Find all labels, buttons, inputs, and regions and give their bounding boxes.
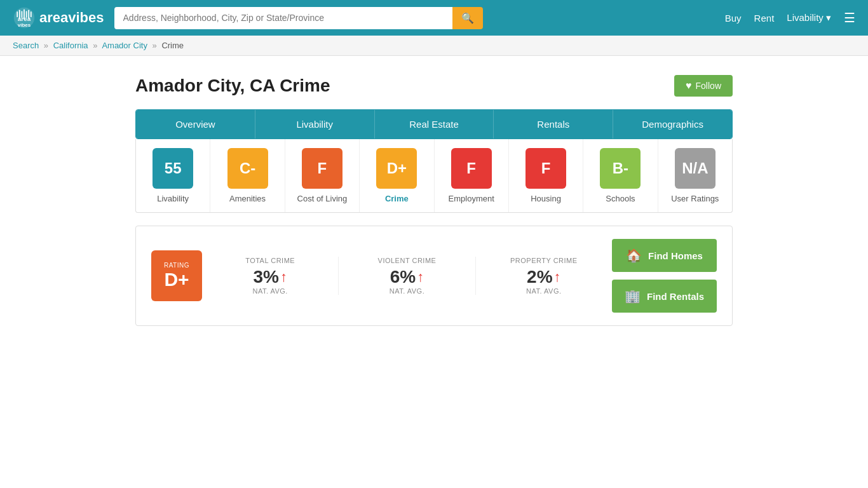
property-crime-value: 2% ↑ bbox=[527, 267, 560, 287]
score-label-employment: Employment bbox=[449, 194, 494, 203]
score-label-crime: Crime bbox=[385, 194, 409, 203]
svg-text:vibes: vibes bbox=[18, 22, 31, 28]
follow-button[interactable]: ♥ Follow bbox=[674, 75, 733, 97]
tab-overview[interactable]: Overview bbox=[136, 110, 255, 139]
search-bar: 🔍 bbox=[114, 7, 483, 29]
menu-icon[interactable]: ☰ bbox=[844, 10, 855, 25]
tab-rentals[interactable]: Rentals bbox=[494, 110, 613, 139]
header-nav: Buy Rent Livability ▾ ☰ bbox=[725, 10, 855, 25]
home-icon: 🏠 bbox=[626, 248, 642, 263]
total-crime-sub: NAT. AVG. bbox=[252, 287, 287, 295]
rating-grade: D+ bbox=[164, 269, 189, 290]
breadcrumb-search[interactable]: Search bbox=[13, 41, 39, 50]
property-crime-arrow: ↑ bbox=[554, 269, 561, 285]
score-label-cost-of-living: Cost of Living bbox=[297, 194, 348, 203]
livability-dropdown[interactable]: Livability ▾ bbox=[787, 12, 831, 24]
score-box-livability: 55 bbox=[153, 148, 193, 189]
score-card-crime[interactable]: D+ Crime bbox=[360, 139, 434, 212]
find-homes-label: Find Homes bbox=[648, 250, 703, 261]
score-card-livability[interactable]: 55 Livability bbox=[136, 139, 210, 212]
score-label-user-ratings: User Ratings bbox=[671, 194, 719, 203]
tab-real-estate[interactable]: Real Estate bbox=[375, 110, 494, 139]
score-card-housing[interactable]: F Housing bbox=[509, 139, 583, 212]
property-crime-sub: NAT. AVG. bbox=[526, 287, 561, 295]
violent-crime-arrow: ↑ bbox=[417, 269, 424, 285]
nav-tabs: Overview Livability Real Estate Rentals … bbox=[135, 109, 733, 139]
building-icon: 🏢 bbox=[625, 288, 641, 304]
buy-link[interactable]: Buy bbox=[725, 13, 742, 24]
score-label-livability: Livability bbox=[157, 194, 189, 203]
score-label-housing: Housing bbox=[531, 194, 561, 203]
find-rentals-button[interactable]: 🏢 Find Rentals bbox=[612, 280, 717, 313]
breadcrumb-sep-2: » bbox=[93, 41, 97, 50]
violent-crime-number: 6% bbox=[390, 267, 416, 287]
score-cards: 55 Livability C- Amenities F Cost of Liv… bbox=[135, 139, 733, 213]
logo-text: areavibes bbox=[39, 10, 104, 26]
score-label-schools: Schools bbox=[606, 194, 635, 203]
score-box-schools: B- bbox=[600, 148, 641, 189]
score-card-cost-of-living[interactable]: F Cost of Living bbox=[285, 139, 360, 212]
breadcrumb-state[interactable]: California bbox=[53, 41, 88, 50]
breadcrumb-city[interactable]: Amador City bbox=[102, 41, 147, 50]
score-box-housing: F bbox=[526, 148, 566, 189]
score-box-crime: D+ bbox=[376, 148, 417, 189]
score-card-schools[interactable]: B- Schools bbox=[583, 139, 658, 212]
divider-1 bbox=[338, 257, 339, 295]
score-box-user-ratings: N/A bbox=[675, 148, 715, 189]
divider-2 bbox=[475, 257, 476, 295]
search-icon: 🔍 bbox=[461, 13, 474, 24]
rating-label: RATING bbox=[164, 262, 189, 269]
score-label-amenities: Amenities bbox=[229, 194, 266, 203]
property-crime-label: PROPERTY CRIME bbox=[510, 257, 578, 264]
property-crime-stat: PROPERTY CRIME 2% ↑ NAT. AVG. bbox=[495, 257, 593, 295]
title-row: Amador City, CA Crime ♥ Follow bbox=[135, 75, 733, 97]
rent-link[interactable]: Rent bbox=[754, 13, 775, 24]
page-title: Amador City, CA Crime bbox=[135, 76, 330, 96]
score-card-employment[interactable]: F Employment bbox=[435, 139, 509, 212]
score-box-employment: F bbox=[451, 148, 492, 189]
logo[interactable]: area vibes areavibes bbox=[13, 6, 104, 29]
heart-icon: ♥ bbox=[686, 80, 692, 92]
score-box-cost-of-living: F bbox=[302, 148, 342, 189]
search-input[interactable] bbox=[114, 7, 452, 29]
header: area vibes areavibes 🔍 Buy Rent Livabili… bbox=[0, 0, 868, 36]
breadcrumb-sep-1: » bbox=[44, 41, 48, 50]
violent-crime-stat: VIOLENT CRIME 6% ↑ NAT. AVG. bbox=[358, 257, 456, 295]
follow-label: Follow bbox=[696, 81, 721, 91]
total-crime-number: 3% bbox=[253, 267, 278, 287]
violent-crime-value: 6% ↑ bbox=[390, 267, 424, 287]
total-crime-stat: TOTAL CRIME 3% ↑ NAT. AVG. bbox=[221, 257, 319, 295]
breadcrumb-current: Crime bbox=[161, 41, 184, 50]
total-crime-value: 3% ↑ bbox=[253, 267, 287, 287]
tab-livability[interactable]: Livability bbox=[255, 110, 375, 139]
find-rentals-label: Find Rentals bbox=[647, 291, 704, 302]
property-crime-number: 2% bbox=[527, 267, 552, 287]
total-crime-arrow: ↑ bbox=[280, 269, 287, 285]
breadcrumb: Search » California » Amador City » Crim… bbox=[0, 36, 868, 56]
action-buttons: 🏠 Find Homes 🏢 Find Rentals bbox=[612, 239, 717, 313]
breadcrumb-sep-3: » bbox=[153, 41, 157, 50]
violent-crime-sub: NAT. AVG. bbox=[390, 287, 424, 295]
violent-crime-label: VIOLENT CRIME bbox=[378, 257, 437, 264]
main-content: Amador City, CA Crime ♥ Follow Overview … bbox=[123, 75, 745, 326]
score-card-amenities[interactable]: C- Amenities bbox=[210, 139, 285, 212]
search-button[interactable]: 🔍 bbox=[452, 7, 483, 29]
score-card-user-ratings[interactable]: N/A User Ratings bbox=[658, 139, 732, 212]
find-homes-button[interactable]: 🏠 Find Homes bbox=[612, 239, 717, 272]
tab-demographics[interactable]: Demographics bbox=[613, 110, 732, 139]
total-crime-label: TOTAL CRIME bbox=[245, 257, 295, 264]
score-box-amenities: C- bbox=[227, 148, 268, 189]
crime-rating-box: RATING D+ bbox=[151, 250, 202, 301]
crime-stats-box: RATING D+ TOTAL CRIME 3% ↑ NAT. AVG. VIO… bbox=[135, 226, 733, 326]
